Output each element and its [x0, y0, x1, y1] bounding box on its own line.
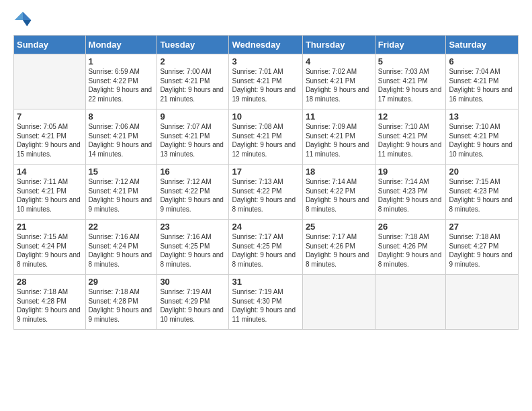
svg-marker-1 — [23, 20, 31, 26]
svg-marker-0 — [23, 12, 31, 20]
calendar-cell: 6Sunrise: 7:04 AM Sunset: 4:21 PM Daylig… — [446, 54, 519, 109]
day-number: 9 — [160, 111, 226, 122]
calendar-cell: 1Sunrise: 6:59 AM Sunset: 4:22 PM Daylig… — [85, 54, 157, 109]
day-info: Sunrise: 6:59 AM Sunset: 4:22 PM Dayligh… — [89, 67, 154, 103]
day-info: Sunrise: 7:05 AM Sunset: 4:21 PM Dayligh… — [17, 122, 83, 158]
calendar-header-tuesday: Tuesday — [157, 36, 229, 54]
calendar-cell: 15Sunrise: 7:12 AM Sunset: 4:21 PM Dayli… — [85, 165, 157, 220]
calendar-cell: 8Sunrise: 7:06 AM Sunset: 4:21 PM Daylig… — [85, 109, 157, 165]
day-info: Sunrise: 7:18 AM Sunset: 4:28 PM Dayligh… — [89, 287, 154, 324]
day-number: 17 — [232, 167, 299, 177]
day-info: Sunrise: 7:18 AM Sunset: 4:26 PM Dayligh… — [378, 232, 443, 269]
calendar-header-sunday: Sunday — [14, 36, 86, 54]
calendar-cell: 14Sunrise: 7:11 AM Sunset: 4:21 PM Dayli… — [14, 165, 86, 220]
day-info: Sunrise: 7:06 AM Sunset: 4:21 PM Dayligh… — [89, 122, 154, 158]
calendar-cell: 24Sunrise: 7:17 AM Sunset: 4:25 PM Dayli… — [229, 220, 302, 275]
calendar-cell: 13Sunrise: 7:10 AM Sunset: 4:21 PM Dayli… — [446, 109, 519, 165]
day-info: Sunrise: 7:13 AM Sunset: 4:22 PM Dayligh… — [232, 177, 299, 214]
day-number: 13 — [449, 111, 515, 122]
day-number: 6 — [449, 56, 515, 66]
calendar-cell: 23Sunrise: 7:16 AM Sunset: 4:25 PM Dayli… — [157, 220, 229, 275]
calendar-cell: 21Sunrise: 7:15 AM Sunset: 4:24 PM Dayli… — [14, 220, 86, 275]
day-info: Sunrise: 7:10 AM Sunset: 4:21 PM Dayligh… — [449, 122, 515, 158]
logo — [13, 11, 35, 30]
calendar-cell: 26Sunrise: 7:18 AM Sunset: 4:26 PM Dayli… — [375, 220, 446, 275]
calendar-header-monday: Monday — [85, 36, 157, 54]
day-info: Sunrise: 7:01 AM Sunset: 4:21 PM Dayligh… — [232, 67, 299, 103]
day-info: Sunrise: 7:17 AM Sunset: 4:26 PM Dayligh… — [306, 232, 372, 269]
page: SundayMondayTuesdayWednesdayThursdayFrid… — [0, 0, 532, 411]
week-row-2: 14Sunrise: 7:11 AM Sunset: 4:21 PM Dayli… — [14, 165, 519, 220]
day-info: Sunrise: 7:00 AM Sunset: 4:21 PM Dayligh… — [160, 67, 226, 103]
day-number: 3 — [232, 56, 299, 66]
day-info: Sunrise: 7:19 AM Sunset: 4:29 PM Dayligh… — [160, 287, 226, 324]
calendar-cell — [14, 54, 86, 109]
day-info: Sunrise: 7:18 AM Sunset: 4:28 PM Dayligh… — [17, 287, 83, 324]
day-info: Sunrise: 7:16 AM Sunset: 4:24 PM Dayligh… — [89, 232, 154, 269]
day-number: 12 — [378, 111, 443, 122]
day-number: 31 — [232, 277, 299, 287]
calendar-cell: 19Sunrise: 7:14 AM Sunset: 4:23 PM Dayli… — [375, 165, 446, 220]
calendar-cell: 18Sunrise: 7:14 AM Sunset: 4:22 PM Dayli… — [302, 165, 375, 220]
calendar-cell: 12Sunrise: 7:10 AM Sunset: 4:21 PM Dayli… — [375, 109, 446, 165]
calendar-cell: 2Sunrise: 7:00 AM Sunset: 4:21 PM Daylig… — [157, 54, 229, 109]
day-number: 27 — [449, 222, 515, 232]
day-number: 21 — [17, 222, 83, 232]
calendar-header-row: SundayMondayTuesdayWednesdayThursdayFrid… — [14, 36, 519, 54]
calendar-cell: 4Sunrise: 7:02 AM Sunset: 4:21 PM Daylig… — [302, 54, 375, 109]
day-number: 22 — [89, 222, 154, 232]
day-info: Sunrise: 7:19 AM Sunset: 4:30 PM Dayligh… — [232, 287, 299, 324]
day-info: Sunrise: 7:15 AM Sunset: 4:23 PM Dayligh… — [449, 177, 515, 214]
day-number: 29 — [89, 277, 154, 287]
day-number: 16 — [160, 167, 226, 177]
calendar-header-wednesday: Wednesday — [229, 36, 302, 54]
calendar-cell: 9Sunrise: 7:07 AM Sunset: 4:21 PM Daylig… — [157, 109, 229, 165]
day-info: Sunrise: 7:10 AM Sunset: 4:21 PM Dayligh… — [378, 122, 443, 158]
day-number: 23 — [160, 222, 226, 232]
calendar-cell: 7Sunrise: 7:05 AM Sunset: 4:21 PM Daylig… — [14, 109, 86, 165]
svg-marker-2 — [15, 12, 23, 20]
calendar-cell: 25Sunrise: 7:17 AM Sunset: 4:26 PM Dayli… — [302, 220, 375, 275]
calendar-cell: 16Sunrise: 7:12 AM Sunset: 4:22 PM Dayli… — [157, 165, 229, 220]
day-info: Sunrise: 7:09 AM Sunset: 4:21 PM Dayligh… — [306, 122, 372, 158]
calendar-cell: 31Sunrise: 7:19 AM Sunset: 4:30 PM Dayli… — [229, 275, 302, 330]
day-info: Sunrise: 7:03 AM Sunset: 4:21 PM Dayligh… — [378, 67, 443, 103]
day-number: 20 — [449, 167, 515, 177]
day-number: 15 — [89, 167, 154, 177]
calendar-cell: 11Sunrise: 7:09 AM Sunset: 4:21 PM Dayli… — [302, 109, 375, 165]
calendar-table: SundayMondayTuesdayWednesdayThursdayFrid… — [13, 35, 519, 330]
day-number: 11 — [306, 111, 372, 122]
calendar-cell — [302, 275, 375, 330]
day-number: 2 — [160, 56, 226, 66]
week-row-3: 21Sunrise: 7:15 AM Sunset: 4:24 PM Dayli… — [14, 220, 519, 275]
calendar-cell: 20Sunrise: 7:15 AM Sunset: 4:23 PM Dayli… — [446, 165, 519, 220]
day-info: Sunrise: 7:11 AM Sunset: 4:21 PM Dayligh… — [17, 177, 83, 214]
day-number: 25 — [306, 222, 372, 232]
day-info: Sunrise: 7:16 AM Sunset: 4:25 PM Dayligh… — [160, 232, 226, 269]
calendar-header-thursday: Thursday — [302, 36, 375, 54]
day-info: Sunrise: 7:12 AM Sunset: 4:22 PM Dayligh… — [160, 177, 226, 214]
calendar-cell: 29Sunrise: 7:18 AM Sunset: 4:28 PM Dayli… — [85, 275, 157, 330]
logo-icon — [13, 11, 32, 30]
week-row-4: 28Sunrise: 7:18 AM Sunset: 4:28 PM Dayli… — [14, 275, 519, 330]
day-number: 14 — [17, 167, 83, 177]
week-row-0: 1Sunrise: 6:59 AM Sunset: 4:22 PM Daylig… — [14, 54, 519, 109]
day-info: Sunrise: 7:04 AM Sunset: 4:21 PM Dayligh… — [449, 67, 515, 103]
day-number: 18 — [306, 167, 372, 177]
calendar-cell: 5Sunrise: 7:03 AM Sunset: 4:21 PM Daylig… — [375, 54, 446, 109]
day-number: 5 — [378, 56, 443, 66]
day-number: 26 — [378, 222, 443, 232]
day-number: 24 — [232, 222, 299, 232]
day-info: Sunrise: 7:12 AM Sunset: 4:21 PM Dayligh… — [89, 177, 154, 214]
day-info: Sunrise: 7:07 AM Sunset: 4:21 PM Dayligh… — [160, 122, 226, 158]
calendar-cell — [446, 275, 519, 330]
calendar-cell: 28Sunrise: 7:18 AM Sunset: 4:28 PM Dayli… — [14, 275, 86, 330]
day-number: 30 — [160, 277, 226, 287]
day-number: 19 — [378, 167, 443, 177]
calendar-cell: 10Sunrise: 7:08 AM Sunset: 4:21 PM Dayli… — [229, 109, 302, 165]
day-info: Sunrise: 7:18 AM Sunset: 4:27 PM Dayligh… — [449, 232, 515, 269]
calendar-cell: 3Sunrise: 7:01 AM Sunset: 4:21 PM Daylig… — [229, 54, 302, 109]
week-row-1: 7Sunrise: 7:05 AM Sunset: 4:21 PM Daylig… — [14, 109, 519, 165]
day-number: 28 — [17, 277, 83, 287]
day-number: 10 — [232, 111, 299, 122]
